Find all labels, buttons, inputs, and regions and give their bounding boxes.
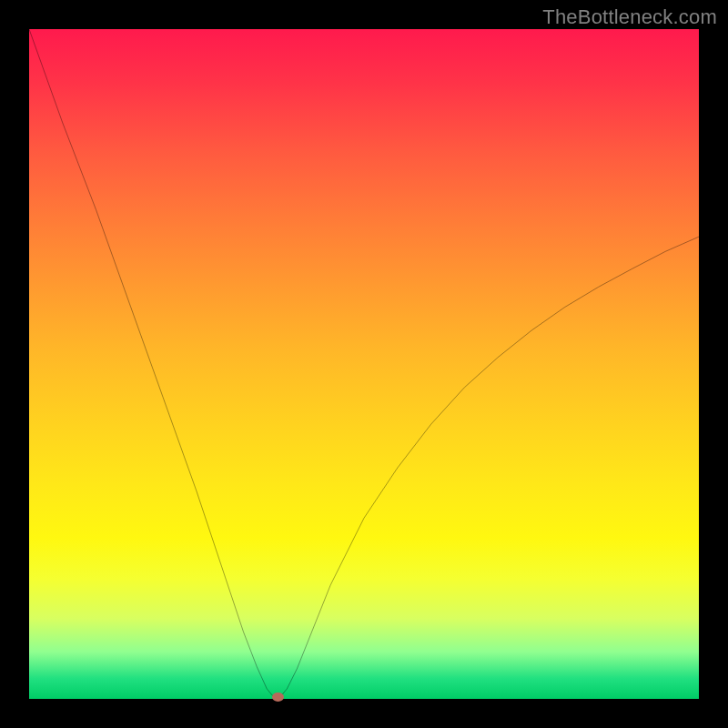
plot-area	[29, 29, 699, 699]
bottleneck-curve	[29, 29, 699, 699]
chart-frame: TheBottleneck.com	[0, 0, 728, 728]
watermark-text: TheBottleneck.com	[542, 5, 717, 29]
optimal-marker	[272, 693, 284, 702]
